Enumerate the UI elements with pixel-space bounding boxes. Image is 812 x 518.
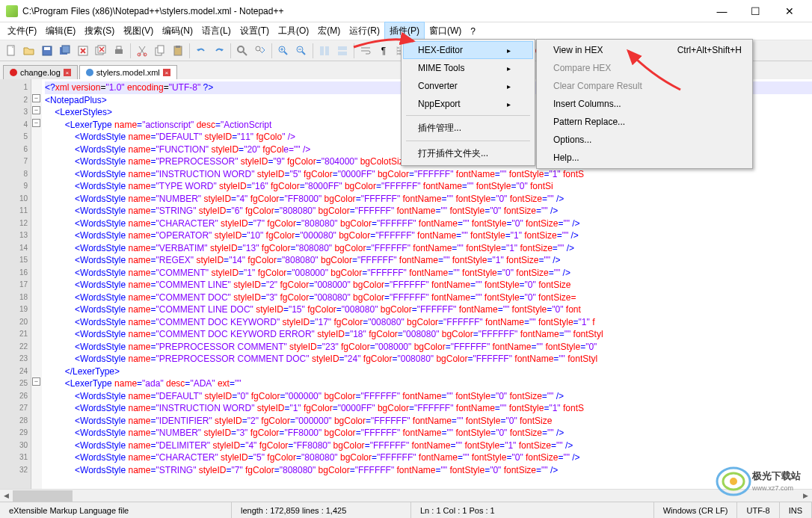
menu-view-in-hex[interactable]: View in HEXCtrl+Alt+Shift+H: [538, 41, 751, 59]
svg-point-10: [138, 53, 141, 56]
scroll-right-icon[interactable]: ▶: [799, 490, 812, 502]
scroll-left-icon[interactable]: ◀: [0, 490, 13, 502]
saved-dot-icon: [86, 69, 93, 76]
zoom-out-icon[interactable]: [293, 43, 310, 59]
statusbar: eXtensible Markup Language file length :…: [0, 502, 812, 518]
menu-pattern-replace[interactable]: Pattern Replace...: [538, 113, 751, 131]
svg-point-16: [238, 46, 244, 52]
app-icon: [6, 5, 18, 17]
tab-stylers[interactable]: stylers.model.xml ×: [79, 65, 177, 79]
close-button[interactable]: ✕: [772, 1, 806, 22]
plugins-dropdown: HEX-Editor▸ MIME Tools▸ Converter▸ NppEx…: [401, 39, 535, 166]
menu-nppexport[interactable]: NppExport▸: [403, 95, 533, 113]
new-file-icon[interactable]: [3, 43, 19, 59]
svg-rect-15: [176, 46, 180, 48]
open-icon[interactable]: [21, 43, 37, 59]
menu-plugin-manager[interactable]: 插件管理...: [403, 118, 533, 138]
show-chars-icon[interactable]: ¶: [375, 43, 392, 59]
fold-minus-icon[interactable]: −: [32, 377, 40, 386]
menu-help[interactable]: Help...: [538, 149, 751, 167]
submenu-arrow-icon: ▸: [507, 100, 511, 108]
find-icon[interactable]: [234, 43, 250, 59]
menu-settings[interactable]: 设置(T): [236, 22, 274, 40]
tab-label: change.log: [20, 68, 61, 77]
hex-submenu: View in HEXCtrl+Alt+Shift+H Compare HEX …: [536, 39, 753, 169]
svg-rect-23: [338, 52, 347, 55]
scroll-thumb[interactable]: [13, 490, 73, 502]
window-title: C:\Program Files (x86)\Notepad++\stylers…: [22, 6, 705, 16]
menu-view[interactable]: 视图(V): [119, 22, 158, 40]
sync-h-icon[interactable]: [334, 43, 351, 59]
menu-macro[interactable]: 宏(M): [313, 22, 345, 40]
menu-file[interactable]: 文件(F): [3, 22, 41, 40]
status-lang: eXtensible Markup Language file: [0, 502, 232, 518]
fold-minus-icon[interactable]: −: [32, 119, 40, 127]
menu-options[interactable]: Options...: [538, 131, 751, 149]
menu-window[interactable]: 窗口(W): [425, 22, 466, 40]
svg-rect-2: [44, 47, 50, 50]
status-ins[interactable]: INS: [780, 502, 812, 518]
redo-icon[interactable]: [211, 43, 227, 59]
status-pos: Ln : 1 Col : 1 Pos : 1: [411, 502, 654, 518]
cut-icon[interactable]: [134, 43, 150, 59]
svg-rect-4: [62, 46, 70, 53]
close-tab-icon[interactable]: ×: [64, 69, 71, 76]
status-enc[interactable]: UTF-8: [737, 502, 779, 518]
menu-plugins[interactable]: 插件(P): [384, 22, 425, 40]
shortcut-text: Ctrl+Alt+Shift+H: [677, 45, 742, 55]
menu-run[interactable]: 运行(R): [345, 22, 384, 40]
svg-point-11: [144, 53, 147, 56]
svg-rect-9: [117, 46, 121, 49]
menu-encode[interactable]: 编码(N): [158, 22, 197, 40]
menu-converter[interactable]: Converter▸: [403, 77, 533, 95]
close-tab-icon[interactable]: [75, 43, 91, 59]
menu-mime-tools[interactable]: MIME Tools▸: [403, 59, 533, 77]
status-eol[interactable]: Windows (CR LF): [654, 502, 738, 518]
svg-rect-8: [115, 49, 123, 54]
submenu-arrow-icon: ▸: [507, 46, 511, 55]
tab-label: stylers.model.xml: [96, 68, 160, 77]
close-all-icon[interactable]: [93, 43, 109, 59]
menu-insert-columns[interactable]: Insert Columns...: [538, 95, 751, 113]
horizontal-scrollbar[interactable]: ◀ ▶: [0, 489, 812, 502]
undo-icon[interactable]: [193, 43, 209, 59]
menubar: 文件(F) 编辑(E) 搜索(S) 视图(V) 编码(N) 语言(L) 设置(T…: [0, 22, 812, 40]
sync-v-icon[interactable]: [316, 43, 333, 59]
fold-minus-icon[interactable]: −: [32, 106, 40, 114]
svg-rect-13: [158, 46, 164, 53]
menu-compare-hex: Compare HEX: [538, 59, 751, 77]
replace-icon[interactable]: [252, 43, 268, 59]
menu-lang[interactable]: 语言(L): [197, 22, 236, 40]
maximize-button[interactable]: ☐: [739, 1, 772, 22]
minimize-button[interactable]: —: [705, 1, 739, 22]
close-tab-icon[interactable]: ×: [163, 69, 170, 76]
svg-rect-21: [325, 46, 329, 55]
copy-icon[interactable]: [152, 43, 168, 59]
menu-help[interactable]: ?: [466, 24, 480, 39]
fold-column[interactable]: − − − −: [31, 79, 42, 507]
menu-open-plugin-folder[interactable]: 打开插件文件夹...: [403, 144, 533, 164]
menu-clear-compare: Clear Compare Result: [538, 77, 751, 95]
status-length: length : 172,859 lines : 1,425: [232, 502, 411, 518]
menu-search[interactable]: 搜索(S): [80, 22, 119, 40]
submenu-arrow-icon: ▸: [507, 82, 511, 90]
menu-edit[interactable]: 编辑(E): [41, 22, 80, 40]
submenu-arrow-icon: ▸: [507, 64, 511, 73]
menu-hex-editor[interactable]: HEX-Editor▸: [403, 41, 533, 59]
svg-rect-20: [320, 46, 324, 55]
svg-rect-22: [338, 46, 347, 50]
save-all-icon[interactable]: [57, 43, 73, 59]
print-icon[interactable]: [111, 43, 127, 59]
titlebar: C:\Program Files (x86)\Notepad++\stylers…: [0, 0, 812, 22]
tab-changelog[interactable]: change.log ×: [3, 65, 78, 79]
line-numbers: 1234567891011121314151617181920212223242…: [0, 79, 31, 507]
menu-tools[interactable]: 工具(O): [274, 22, 313, 40]
paste-icon[interactable]: [170, 43, 186, 59]
modified-dot-icon: [10, 69, 17, 76]
zoom-in-icon[interactable]: [275, 43, 292, 59]
fold-minus-icon[interactable]: −: [32, 94, 40, 102]
save-icon[interactable]: [39, 43, 55, 59]
scroll-track[interactable]: [13, 490, 799, 502]
wrap-icon[interactable]: [357, 43, 374, 59]
